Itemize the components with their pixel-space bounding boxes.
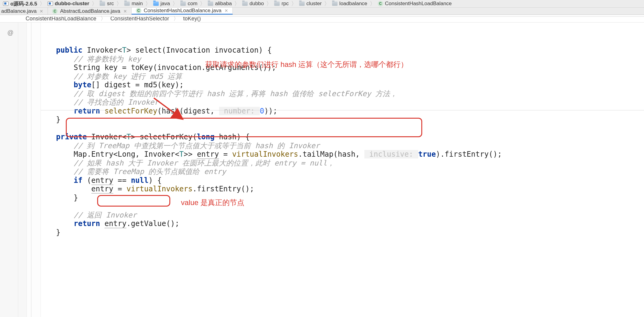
folder-icon	[242, 2, 248, 6]
breadcrumb-item[interactable]: com	[179, 0, 199, 7]
breadcrumb: o源码-2.6.5〉 dubbo-cluster〉 src〉 main〉 jav…	[0, 0, 644, 8]
editor-tab[interactable]: CadBalance.java✕	[0, 8, 48, 15]
tab-label: ConsistentHashLoadBalance.java	[144, 8, 221, 14]
folder-icon	[208, 2, 213, 6]
class-icon: C	[378, 1, 383, 6]
code-comment: // 返回 Invoker	[74, 211, 137, 219]
chevron-right-icon: 〉	[145, 0, 151, 7]
code-line: entry = virtualInvokers.firstEntry();	[91, 185, 254, 193]
code-line: }	[56, 228, 60, 237]
close-icon[interactable]: ✕	[40, 9, 43, 14]
highlight-box	[97, 195, 170, 207]
breadcrumb-label: com	[188, 1, 197, 7]
fold-guide-line	[31, 23, 31, 317]
annotation-text: value 是真正的节点	[181, 198, 244, 207]
class-icon: C	[136, 8, 141, 13]
breadcrumb-item[interactable]: rpc	[272, 0, 291, 7]
breadcrumb-item[interactable]: src	[98, 0, 116, 7]
folder-icon	[274, 2, 280, 6]
chevron-right-icon: 〉	[369, 0, 376, 7]
code-line: Map.Entry<Long, Invoker<T>> entry = virt…	[74, 150, 502, 159]
svg-line-0	[154, 98, 183, 119]
editor-tab[interactable]: CAbstractLoadBalance.java✕	[48, 8, 132, 15]
code-comment: // 需要将 TreeMap 的头节点赋值给 entry	[74, 167, 226, 176]
method-separator	[41, 16, 644, 17]
folder-icon	[180, 2, 186, 6]
chevron-right-icon: 〉	[172, 0, 179, 7]
breadcrumb-item[interactable]: o源码-2.6.5	[1, 0, 39, 7]
code-comment: // 到 TreeMap 中查找第一个节点值大于或等于当前 hash 的 Inv…	[74, 141, 320, 150]
chevron-right-icon: 〉	[266, 0, 272, 7]
breadcrumb-label: src	[107, 1, 114, 7]
tab-label: AbstractLoadBalance.java	[60, 8, 120, 14]
code-line: }	[56, 115, 60, 124]
override-icon[interactable]: @	[7, 29, 13, 36]
module-icon	[3, 2, 9, 6]
breadcrumb-label: dubbo	[249, 1, 264, 7]
chevron-right-icon: 〉	[116, 0, 122, 7]
editor-tab-active[interactable]: CConsistentHashLoadBalance.java✕	[132, 8, 233, 15]
chevron-right-icon: 〉	[96, 15, 110, 22]
code-line: return entry.getValue();	[74, 219, 179, 228]
chevron-right-icon: 〉	[39, 0, 46, 7]
code-area[interactable]: public Invoker<T> select(Invocation invo…	[41, 23, 644, 317]
breadcrumb-label: main	[132, 1, 143, 7]
breadcrumb-label: o源码-2.6.5	[10, 0, 37, 7]
chevron-right-icon: 〉	[169, 15, 183, 22]
code-comment: // 如果 hash 大于 Invoker 在圆环上最大的位置，此时 entry…	[74, 159, 334, 167]
breadcrumb-item[interactable]: java	[151, 0, 172, 7]
breadcrumb-label: loadbalance	[339, 1, 367, 7]
structure-breadcrumb: ConsistentHashLoadBalance〉 ConsistentHas…	[0, 15, 644, 23]
close-icon[interactable]: ✕	[225, 8, 228, 13]
chevron-right-icon: 〉	[199, 0, 206, 7]
breadcrumb-label: rpc	[281, 1, 289, 7]
gutter-annotations: @	[0, 23, 18, 317]
tab-label: adBalance.java	[1, 8, 37, 14]
highlight-box	[66, 118, 422, 137]
breadcrumb-label: cluster	[306, 1, 322, 7]
gutter-changes	[18, 23, 27, 317]
chevron-right-icon: 〉	[234, 0, 240, 7]
code-line: public Invoker<T> select(Invocation invo…	[56, 46, 272, 54]
class-icon: C	[52, 9, 58, 14]
folder-icon	[100, 2, 105, 6]
gutter-folding	[27, 23, 41, 317]
breadcrumb-item[interactable]: CConsistentHashLoadBalance	[376, 0, 454, 7]
chevron-right-icon: 〉	[324, 0, 330, 7]
code-line: if (entry == null) {	[74, 176, 162, 185]
ide-window: o源码-2.6.5〉 dubbo-cluster〉 src〉 main〉 jav…	[0, 0, 644, 317]
chevron-right-icon: 〉	[91, 0, 98, 7]
breadcrumb-item[interactable]: dubbo	[240, 0, 266, 7]
close-icon[interactable]: ✕	[123, 9, 127, 14]
folder-icon	[124, 2, 130, 6]
module-icon	[48, 2, 53, 6]
code-line: }	[74, 193, 78, 202]
breadcrumb-item[interactable]: dubbo-cluster	[46, 0, 91, 7]
editor-tabs: CadBalance.java✕ CAbstractLoadBalance.ja…	[0, 8, 644, 15]
annotation-text: 获取请求的参数们进行 hash 运算（这个无所谓，选哪个都行）	[205, 60, 408, 69]
folder-icon	[299, 2, 305, 6]
breadcrumb-item[interactable]: cluster	[297, 0, 324, 7]
code-comment: // 将参数转为 key	[74, 55, 141, 63]
breadcrumb-item[interactable]: loadbalance	[330, 0, 369, 7]
breadcrumb-label: dubbo-cluster	[55, 1, 89, 7]
chevron-right-icon: 〉	[291, 0, 297, 7]
source-folder-icon	[153, 2, 159, 6]
breadcrumb-label: ConsistentHashLoadBalance	[385, 1, 452, 7]
code-comment: // 对参数 key 进行 md5 运算	[74, 72, 182, 81]
code-editor[interactable]: @ public Invoker<T> select(Invocation in…	[0, 23, 644, 317]
breadcrumb-label: alibaba	[215, 1, 232, 7]
folder-icon	[332, 2, 338, 6]
breadcrumb-item[interactable]: main	[122, 0, 145, 7]
breadcrumb-label: java	[161, 1, 170, 7]
breadcrumb-item[interactable]: alibaba	[206, 0, 234, 7]
